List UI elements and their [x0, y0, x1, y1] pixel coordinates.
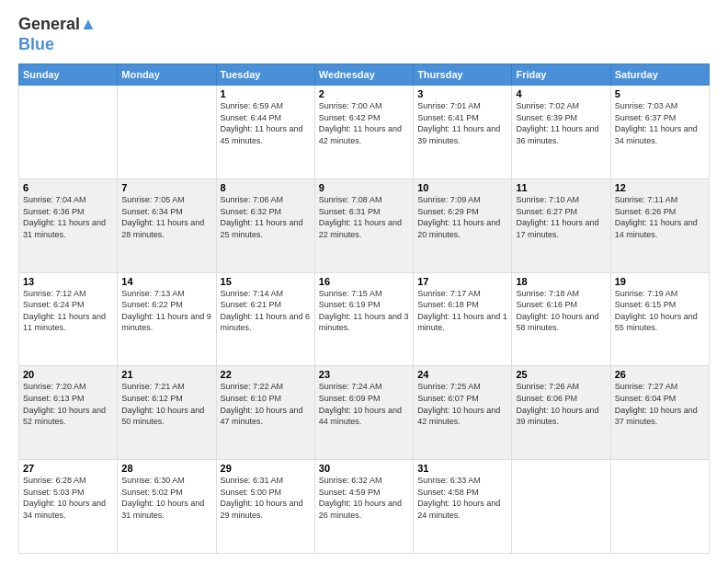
calendar-cell: 8Sunrise: 7:06 AMSunset: 6:32 PMDaylight… [216, 178, 314, 272]
calendar-cell: 15Sunrise: 7:14 AMSunset: 6:21 PMDayligh… [216, 272, 314, 366]
day-header: Wednesday [314, 64, 413, 86]
day-number: 6 [23, 182, 113, 193]
day-number: 10 [417, 182, 507, 193]
calendar-cell [118, 86, 216, 179]
calendar-cell [19, 86, 118, 179]
day-number: 9 [319, 182, 409, 193]
calendar-cell: 1Sunrise: 6:59 AMSunset: 6:44 PMDaylight… [216, 86, 314, 179]
day-number: 26 [615, 369, 705, 380]
day-number: 27 [23, 463, 113, 474]
calendar-cell: 24Sunrise: 7:25 AMSunset: 6:07 PMDayligh… [414, 366, 512, 460]
day-info: Sunrise: 7:11 AMSunset: 6:26 PMDaylight:… [615, 194, 705, 240]
day-info: Sunrise: 6:31 AMSunset: 5:00 PMDaylight:… [221, 475, 311, 521]
day-info: Sunrise: 7:27 AMSunset: 6:04 PMDaylight:… [615, 381, 705, 427]
day-number: 29 [221, 463, 311, 474]
day-info: Sunrise: 7:24 AMSunset: 6:09 PMDaylight:… [319, 381, 409, 427]
calendar-cell: 4Sunrise: 7:02 AMSunset: 6:39 PMDaylight… [512, 86, 610, 179]
day-info: Sunrise: 7:26 AMSunset: 6:06 PMDaylight:… [516, 381, 606, 427]
day-number: 21 [121, 369, 211, 380]
day-info: Sunrise: 6:30 AMSunset: 5:02 PMDaylight:… [121, 475, 211, 521]
day-number: 5 [615, 88, 705, 99]
day-number: 18 [516, 276, 606, 287]
calendar-cell: 29Sunrise: 6:31 AMSunset: 5:00 PMDayligh… [216, 460, 314, 554]
day-number: 7 [121, 182, 211, 193]
day-info: Sunrise: 7:19 AMSunset: 6:15 PMDaylight:… [615, 288, 705, 334]
day-header: Tuesday [216, 64, 314, 86]
day-info: Sunrise: 7:04 AMSunset: 6:36 PMDaylight:… [23, 194, 113, 240]
day-number: 2 [319, 88, 409, 99]
day-header: Friday [512, 64, 610, 86]
day-number: 12 [615, 182, 705, 193]
day-header: Saturday [610, 64, 709, 86]
calendar-cell: 10Sunrise: 7:09 AMSunset: 6:29 PMDayligh… [414, 178, 512, 272]
day-number: 22 [221, 369, 311, 380]
day-info: Sunrise: 7:21 AMSunset: 6:12 PMDaylight:… [121, 381, 211, 427]
day-number: 19 [615, 276, 705, 287]
calendar-cell: 12Sunrise: 7:11 AMSunset: 6:26 PMDayligh… [610, 178, 709, 272]
day-info: Sunrise: 7:10 AMSunset: 6:27 PMDaylight:… [516, 194, 606, 240]
header: General▲ Blue [18, 15, 710, 54]
day-info: Sunrise: 7:22 AMSunset: 6:10 PMDaylight:… [221, 381, 311, 427]
day-number: 8 [221, 182, 311, 193]
calendar-cell: 22Sunrise: 7:22 AMSunset: 6:10 PMDayligh… [216, 366, 314, 460]
calendar-cell: 25Sunrise: 7:26 AMSunset: 6:06 PMDayligh… [512, 366, 610, 460]
day-info: Sunrise: 7:13 AMSunset: 6:22 PMDaylight:… [121, 288, 211, 334]
day-number: 3 [417, 88, 507, 99]
day-info: Sunrise: 7:20 AMSunset: 6:13 PMDaylight:… [23, 381, 113, 427]
day-number: 17 [417, 276, 507, 287]
logo-text: General▲ Blue [18, 15, 97, 54]
calendar-cell: 20Sunrise: 7:20 AMSunset: 6:13 PMDayligh… [19, 366, 118, 460]
calendar-cell: 14Sunrise: 7:13 AMSunset: 6:22 PMDayligh… [118, 272, 216, 366]
day-number: 28 [121, 463, 211, 474]
day-info: Sunrise: 6:33 AMSunset: 4:58 PMDaylight:… [417, 475, 507, 521]
calendar-cell: 18Sunrise: 7:18 AMSunset: 6:16 PMDayligh… [512, 272, 610, 366]
calendar-table: SundayMondayTuesdayWednesdayThursdayFrid… [18, 63, 710, 554]
day-number: 4 [516, 88, 606, 99]
day-number: 24 [417, 369, 507, 380]
day-info: Sunrise: 7:15 AMSunset: 6:19 PMDaylight:… [319, 288, 409, 334]
day-info: Sunrise: 6:59 AMSunset: 6:44 PMDaylight:… [221, 100, 311, 146]
day-header: Thursday [414, 64, 512, 86]
day-number: 13 [23, 276, 113, 287]
calendar-cell: 2Sunrise: 7:00 AMSunset: 6:42 PMDaylight… [314, 86, 413, 179]
day-number: 20 [23, 369, 113, 380]
day-info: Sunrise: 7:25 AMSunset: 6:07 PMDaylight:… [417, 381, 507, 427]
calendar-cell: 30Sunrise: 6:32 AMSunset: 4:59 PMDayligh… [314, 460, 413, 554]
day-number: 1 [221, 88, 311, 99]
day-number: 25 [516, 369, 606, 380]
calendar-cell: 19Sunrise: 7:19 AMSunset: 6:15 PMDayligh… [610, 272, 709, 366]
logo: General▲ Blue [18, 15, 97, 54]
day-number: 31 [417, 463, 507, 474]
day-info: Sunrise: 7:17 AMSunset: 6:18 PMDaylight:… [417, 288, 507, 334]
day-info: Sunrise: 7:06 AMSunset: 6:32 PMDaylight:… [221, 194, 311, 240]
page: General▲ Blue SundayMondayTuesdayWednesd… [0, 0, 728, 563]
day-number: 30 [319, 463, 409, 474]
calendar-cell: 26Sunrise: 7:27 AMSunset: 6:04 PMDayligh… [610, 366, 709, 460]
calendar-cell: 27Sunrise: 6:28 AMSunset: 5:03 PMDayligh… [19, 460, 118, 554]
day-number: 23 [319, 369, 409, 380]
day-number: 14 [121, 276, 211, 287]
calendar-cell: 17Sunrise: 7:17 AMSunset: 6:18 PMDayligh… [414, 272, 512, 366]
calendar-cell: 5Sunrise: 7:03 AMSunset: 6:37 PMDaylight… [610, 86, 709, 179]
calendar-cell: 6Sunrise: 7:04 AMSunset: 6:36 PMDaylight… [19, 178, 118, 272]
calendar-cell [512, 460, 610, 554]
calendar-cell: 3Sunrise: 7:01 AMSunset: 6:41 PMDaylight… [414, 86, 512, 179]
day-info: Sunrise: 6:28 AMSunset: 5:03 PMDaylight:… [23, 475, 113, 521]
day-info: Sunrise: 7:09 AMSunset: 6:29 PMDaylight:… [417, 194, 507, 240]
calendar-cell: 31Sunrise: 6:33 AMSunset: 4:58 PMDayligh… [414, 460, 512, 554]
day-number: 15 [221, 276, 311, 287]
calendar-cell [610, 460, 709, 554]
day-info: Sunrise: 7:00 AMSunset: 6:42 PMDaylight:… [319, 100, 409, 146]
day-number: 11 [516, 182, 606, 193]
day-info: Sunrise: 6:32 AMSunset: 4:59 PMDaylight:… [319, 475, 409, 521]
day-header: Monday [118, 64, 216, 86]
calendar-cell: 13Sunrise: 7:12 AMSunset: 6:24 PMDayligh… [19, 272, 118, 366]
calendar-cell: 16Sunrise: 7:15 AMSunset: 6:19 PMDayligh… [314, 272, 413, 366]
day-header: Sunday [19, 64, 118, 86]
calendar-cell: 28Sunrise: 6:30 AMSunset: 5:02 PMDayligh… [118, 460, 216, 554]
day-number: 16 [319, 276, 409, 287]
calendar-cell: 9Sunrise: 7:08 AMSunset: 6:31 PMDaylight… [314, 178, 413, 272]
calendar-cell: 11Sunrise: 7:10 AMSunset: 6:27 PMDayligh… [512, 178, 610, 272]
day-info: Sunrise: 7:08 AMSunset: 6:31 PMDaylight:… [319, 194, 409, 240]
day-info: Sunrise: 7:03 AMSunset: 6:37 PMDaylight:… [615, 100, 705, 146]
